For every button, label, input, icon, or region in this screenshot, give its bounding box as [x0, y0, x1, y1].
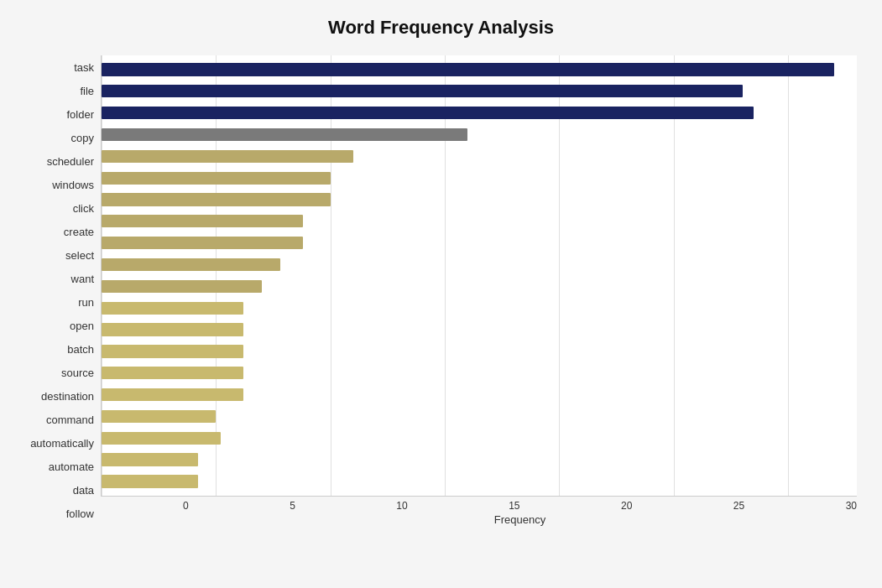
bar-row [102, 81, 857, 102]
bar [102, 345, 243, 357]
bar-row [102, 275, 857, 297]
bar [102, 150, 353, 163]
bar-row [102, 124, 857, 146]
x-tick: 5 [290, 500, 295, 512]
bar-row [102, 449, 857, 471]
y-label: destination [25, 391, 94, 402]
y-label: select [25, 250, 94, 261]
x-tick: 0 [183, 500, 189, 512]
bar [102, 410, 216, 423]
y-label: automate [25, 461, 94, 472]
y-label: run [25, 297, 94, 308]
bar [102, 215, 303, 227]
bar [102, 432, 221, 445]
chart-container: Word Frequency Analysis taskfilefolderco… [0, 0, 882, 588]
y-label: scheduler [25, 156, 94, 167]
chart-area: taskfilefoldercopyschedulerwindowsclickc… [25, 55, 857, 526]
y-label: want [25, 273, 94, 284]
y-label: task [25, 62, 94, 73]
bar [102, 367, 243, 379]
bar-row [102, 254, 857, 276]
x-tick: 20 [621, 500, 632, 512]
bar-row [102, 102, 857, 124]
bar [102, 475, 198, 487]
x-axis: 051015202530 [183, 497, 857, 512]
bar-row [102, 384, 857, 406]
x-tick: 30 [846, 500, 857, 512]
bar [102, 323, 243, 336]
y-label: batch [25, 344, 94, 355]
y-label: command [25, 414, 94, 425]
bar [102, 107, 754, 119]
y-label: click [25, 203, 94, 214]
bar-row [102, 59, 857, 81]
bar-row [102, 297, 857, 319]
chart-title: Word Frequency Analysis [25, 17, 857, 39]
y-label: folder [25, 109, 94, 120]
bar [102, 280, 262, 293]
bar-row [102, 362, 857, 384]
bar-row [102, 406, 857, 428]
bar-row [102, 211, 857, 232]
bar [102, 258, 280, 271]
y-label: create [25, 226, 94, 237]
bar-row [102, 319, 857, 341]
bar-row [102, 145, 857, 167]
y-label: follow [25, 508, 94, 519]
y-label: windows [25, 180, 94, 190]
y-labels: taskfilefoldercopyschedulerwindowsclickc… [25, 55, 101, 526]
bar [102, 453, 198, 466]
bar [102, 63, 834, 75]
bar-row [102, 189, 857, 211]
bar [102, 128, 467, 141]
bar-row [102, 471, 857, 492]
y-label: source [25, 367, 94, 378]
bar [102, 193, 331, 206]
bar [102, 302, 243, 315]
y-label: data [25, 485, 94, 496]
y-label: copy [25, 133, 94, 143]
bar-row [102, 167, 857, 189]
x-tick: 15 [509, 500, 519, 512]
bar [102, 172, 331, 185]
bars-container [102, 55, 857, 496]
y-label: open [25, 320, 94, 331]
bar [102, 85, 743, 97]
x-tick: 25 [733, 500, 744, 512]
bar [102, 237, 303, 249]
y-label: automatically [25, 438, 94, 449]
y-label: file [25, 86, 94, 96]
plot-area [101, 55, 857, 497]
bar [102, 388, 243, 401]
bar-row [102, 427, 857, 449]
bar-row [102, 341, 857, 362]
x-tick: 10 [396, 500, 407, 512]
bar-row [102, 232, 857, 254]
x-axis-label: Frequency [183, 513, 857, 526]
